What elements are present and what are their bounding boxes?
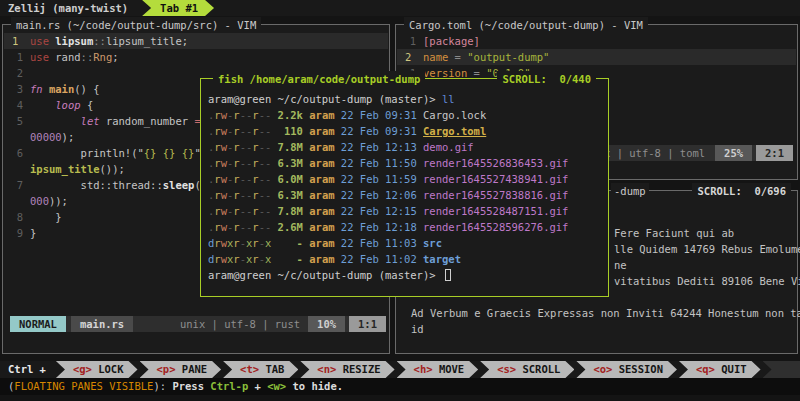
shell-prompt-line-active[interactable]: aram@green ~/c/output-dump (master)> [208,267,606,283]
keybar-ribbon-pane[interactable]: <p> PANE [140,361,222,378]
vim-cursor-position: 1:1 [349,316,386,332]
vim-statusline-left: NORMAL main.rs unix | utf-8 | rust 10% 1… [10,316,386,332]
zellij-screen: Zellij (many-twist) Tab #1 main.rs (~/co… [0,0,800,401]
scroll-indicator-shell: SCROLL: 0/696 [692,183,791,199]
floating-pane-fish[interactable]: fish /home/aram/code/output-dump SCROLL:… [200,78,609,297]
line-number: 1 [9,33,30,49]
prompt-command: ll [442,93,455,105]
top-bar: Zellij (many-twist) Tab #1 [0,0,800,16]
shell-prompt-line: aram@green ~/c/output-dump (master)> ll [208,91,606,107]
shell-text-fragment: id [411,321,424,337]
shell-text-fragment: vitatibus Dediti 89106 Bene Viv [614,273,800,289]
line-number: 4 [9,97,30,113]
line-number: 7 [9,177,30,193]
line-number: 1 [402,33,423,49]
vim-scroll-percent-right: 25% [715,145,752,161]
code-line: 1use rand::Rng; [4,49,388,65]
keybar-key-hint: <o> [593,363,612,375]
keybar-key-hint: <h> [414,363,433,375]
keybar-ribbon-lock[interactable]: <g> LOCK [56,361,138,378]
keybar-prefix: Ctrl + [0,361,54,378]
listing-row: .rw-r--r-- 6.3M aram 22 Feb 11:50 render… [208,155,606,171]
session-name: Zellij (many-twist) [0,0,134,16]
vim-cursor-position-right: 2:1 [756,145,793,161]
listing-row: .rw-r--r-- 6.0M aram 22 Feb 11:59 render… [208,171,606,187]
keybar-ribbon-scroll[interactable]: <s> SCROLL [480,361,574,378]
vim-buffer-cargo-toml: 1[package]2name = "output-dump" 1version… [397,33,796,81]
line-number: 2 [402,49,423,65]
keybinding-bar: Ctrl + <g> LOCK<p> PANE<t> TAB<n> RESIZE… [0,361,800,378]
line-number [9,161,30,177]
keybar-ribbon-tab[interactable]: <t> TAB [223,361,298,378]
prompt-text: aram@green ~/c/output-dump (master)> [208,269,442,281]
line-number [9,129,30,145]
line-number: 6 [9,145,30,161]
keybar-ribbon-move[interactable]: <h> MOVE [397,361,479,378]
keybar-key-hint: <p> [157,363,176,375]
floating-panes-notice: (FLOATING PANES VISIBLE): Press Ctrl-p +… [0,378,800,395]
keybar-key-hint: <s> [497,363,516,375]
floating-pane-title: fish /home/aram/code/output-dump [213,71,425,87]
terminal-cursor [445,269,451,281]
keybar-key-hint: <q> [696,363,715,375]
vim-fileinfo-right: x | utf-8 | toml [604,145,705,161]
shell-text-fragment: Fere Faciunt qui ab [614,225,734,241]
shell-text-fragment: Ad Verbum e Graecis Expressas non Inviti… [411,305,800,321]
listing-row: drwxr-xr-x - aram 22 Feb 11:03 src [208,235,606,251]
vim-mode-indicator: NORMAL [10,316,66,332]
line-number [9,193,30,209]
keybar-ribbon-resize[interactable]: <n> RESIZE [300,361,394,378]
line-number: 9 [9,225,30,241]
pane-title-main-rs: main.rs (~/code/output-dump/src) - VIM [11,17,261,33]
listing-row: .rw-r--r-- 7.8M aram 22 Feb 12:13 demo.g… [208,139,606,155]
code-line: 1[package] [397,33,796,49]
listing-row: .rw-r--r-- 7.8M aram 22 Feb 12:15 render… [208,203,606,219]
fish-shell-body: aram@green ~/c/output-dump (master)> ll … [208,91,606,283]
keybar-key-hint: <n> [317,363,336,375]
keybar-ribbon-session[interactable]: <o> SESSION [576,361,677,378]
keybar-key-hint: <t> [240,363,259,375]
shell-text-fragment: lle Quidem 14769 Rebus Emolumen [614,241,800,257]
line-number: 2 [9,65,30,81]
prompt-text: aram@green ~/c/output-dump (master)> [208,93,442,105]
pane-title-shell-fragment: -dump [611,183,649,199]
keybar-ribbon-quit[interactable]: <q> QUIT [679,361,761,378]
keybar-ribbons: <g> LOCK<p> PANE<t> TAB<n> RESIZE<h> MOV… [54,361,761,378]
vim-fileinfo: unix | utf-8 | rust [180,316,300,332]
listing-row: .rw-r--r-- 110 aram 22 Feb 09:31 Cargo.t… [208,123,606,139]
line-number: 1 [9,49,30,65]
line-number: 3 [9,81,30,97]
file-listing: .rw-r--r-- 2.2k aram 22 Feb 09:31 Cargo.… [208,107,606,267]
listing-row: drwxr-xr-x - aram 22 Feb 11:02 target [208,251,606,267]
code-line: 1use lipsum::lipsum_title; [4,33,388,49]
listing-row: .rw-r--r-- 2.6M aram 22 Feb 12:18 render… [208,219,606,235]
vim-scroll-percent: 10% [308,316,345,332]
tab-1[interactable]: Tab #1 [142,0,214,16]
line-number: 5 [9,113,30,129]
pane-title-cargo-toml: Cargo.toml (~/code/output-dump) - VIM [404,17,648,33]
keybar-key-hint: <g> [73,363,92,375]
vim-filename: main.rs [71,316,133,332]
scroll-indicator-floating: SCROLL: 0/440 [497,71,596,87]
listing-row: .rw-r--r-- 2.2k aram 22 Feb 09:31 Cargo.… [208,107,606,123]
line-number: 8 [9,209,30,225]
listing-row: .rw-r--r-- 6.3M aram 22 Feb 12:06 render… [208,187,606,203]
keybar-filler [763,361,800,378]
shell-text-fragment: ne [614,257,627,273]
code-line: 2name = "output-dump" [397,49,796,65]
